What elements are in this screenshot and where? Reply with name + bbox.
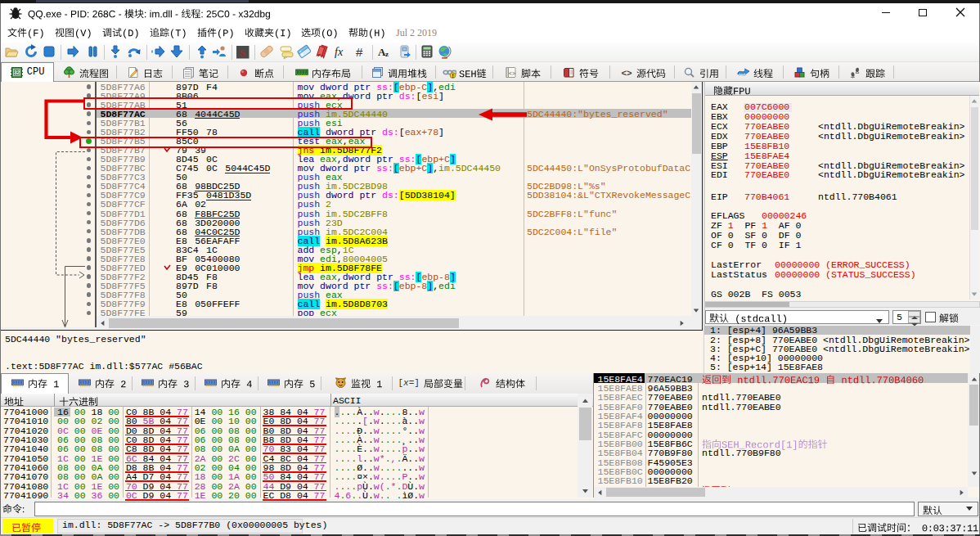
svg-text:S: S (240, 47, 245, 59)
svg-text:!: ! (452, 72, 453, 78)
svg-text:<>: <> (508, 70, 515, 76)
svg-text:#: # (356, 45, 363, 59)
svg-text:z: z (385, 50, 389, 58)
svg-text:<>: <> (621, 68, 632, 78)
svg-text:32: 32 (14, 70, 20, 75)
svg-text:fx: fx (335, 46, 344, 58)
